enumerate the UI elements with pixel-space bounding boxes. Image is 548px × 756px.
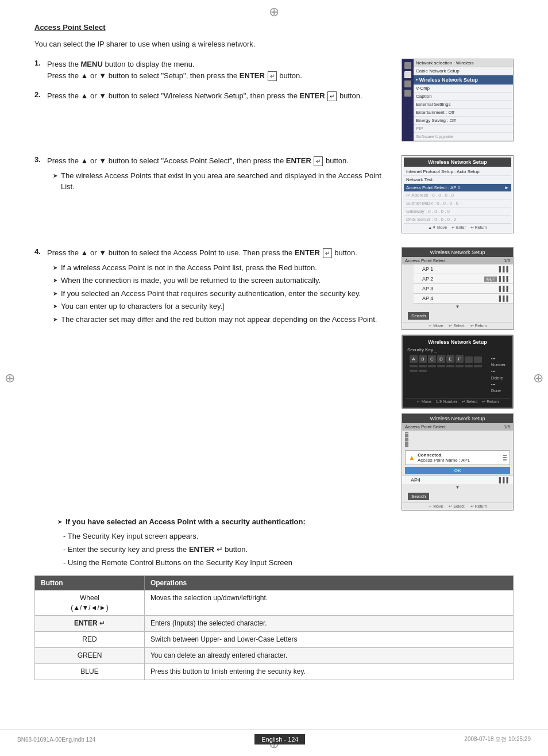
key-row3-5[interactable] bbox=[410, 370, 418, 372]
step-1: 1. Press the MENU button to display the … bbox=[34, 59, 387, 81]
page: ⊕ ⊕ ⊕ Access Point Select You can select… bbox=[0, 0, 548, 756]
screen2-tv: Wireless Network Setup Internet Protocol… bbox=[402, 155, 514, 233]
step-2-body: Press the ▲ or ▼ button to select "Wirel… bbox=[47, 90, 387, 102]
screen2-ip: IP Address : 0 . 0 . 0 . 0 bbox=[404, 191, 511, 199]
screen5-conn-box: ▲ Connected. Access Point Name : AP1 bbox=[405, 450, 510, 465]
step-3-num: 3. bbox=[34, 155, 47, 194]
screen1-software: Software Upgrade bbox=[414, 133, 513, 141]
step-3-bullets: The wireless Access Points that exist in… bbox=[53, 170, 387, 193]
screen5-ap-name: Access Point Name : AP1 bbox=[418, 458, 470, 463]
step-3-area: 3. Press the ▲ or ▼ button to select "Ac… bbox=[34, 155, 387, 204]
key-row2-4[interactable] bbox=[419, 365, 427, 367]
bar3 bbox=[405, 438, 408, 442]
sidebar-icon-1 bbox=[404, 62, 411, 69]
footer-file-info: BN68-01691A-00Eng.indb 124 bbox=[17, 736, 95, 743]
step-4-body: Press the ▲ or ▼ button to select the Ac… bbox=[47, 247, 387, 327]
screen3-ap1: AP 1 ▌▌▌ bbox=[414, 264, 513, 274]
screen3-footer-return: ↩ Return bbox=[470, 324, 487, 328]
bar2 bbox=[405, 434, 408, 437]
security-bullets-list: - The Security Key input screen appears.… bbox=[63, 529, 514, 570]
screen5-footer-move: ↔ Move bbox=[428, 504, 443, 509]
step-3-bullet-1: The wireless Access Points that exist in… bbox=[53, 170, 387, 193]
key-row3-2[interactable] bbox=[456, 365, 464, 367]
key-c[interactable]: C bbox=[428, 355, 436, 363]
table-body: Wheel(▲/▼/◄/►) Moves the selection up/do… bbox=[35, 590, 514, 680]
col-operations: Operations bbox=[144, 575, 513, 590]
screen3-ap3-name: AP 3 bbox=[422, 286, 433, 291]
step-4: 4. Press the ▲ or ▼ button to select the… bbox=[34, 247, 387, 327]
table-container: Button Operations Wheel(▲/▼/◄/►) Moves t… bbox=[34, 575, 514, 680]
screen3-ap2-name: AP 2 bbox=[422, 276, 433, 282]
left-crosshair-icon: ⊕ bbox=[5, 371, 15, 386]
key-row2-6[interactable] bbox=[437, 365, 445, 367]
step-2-num: 2. bbox=[34, 90, 47, 102]
screen2-aps-label: Access Point Select : AP 1 bbox=[406, 185, 460, 190]
screen5-right-bars bbox=[503, 455, 507, 460]
screen5-search-btn[interactable]: Search bbox=[408, 493, 429, 500]
step-4-bullet-1: If a wireless Access Point is not in the… bbox=[53, 262, 387, 274]
screen4-footer-return: ↩ Return bbox=[482, 400, 499, 404]
screen3-ap4: AP 4 ▌▌▌ bbox=[414, 294, 513, 304]
screen5-connected-label: Connected. bbox=[418, 452, 470, 458]
key-row3-4[interactable] bbox=[474, 365, 482, 367]
key-row2-5[interactable] bbox=[428, 365, 436, 367]
screen2-aps-row: Access Point Select : AP 1 ► bbox=[404, 184, 511, 191]
step-4-bullet-2: When the connection is made, you will be… bbox=[53, 275, 387, 286]
screen3-ap2-signal: ▌▌▌ bbox=[499, 276, 510, 282]
key-row2-2[interactable] bbox=[474, 356, 482, 363]
screen3-items: AP 1 ▌▌▌ AP 2 WEP▌▌▌ AP 3 ▌▌▌ AP 4 ▌▌▌ bbox=[402, 264, 513, 304]
key-row2-1[interactable] bbox=[465, 356, 473, 363]
security-section: If you have selected an Access Point wit… bbox=[52, 516, 514, 570]
screen3-search-btn[interactable]: Search bbox=[408, 312, 429, 320]
key-row3-3[interactable] bbox=[465, 365, 473, 367]
op-green: You can delete an already entered charac… bbox=[144, 647, 513, 663]
screen5-ap4-signal: ▌▌▌ bbox=[499, 477, 510, 483]
key-row2-3[interactable] bbox=[410, 365, 418, 367]
bar4 bbox=[405, 442, 408, 447]
intro-text: You can select the IP sharer to use when… bbox=[34, 40, 514, 48]
screen5-footer-return: ↩ Return bbox=[470, 504, 487, 509]
screen3-ap2-badges: WEP▌▌▌ bbox=[484, 276, 510, 282]
key-d[interactable]: D bbox=[437, 355, 445, 363]
screen1-energy: Energy Saving : Off bbox=[414, 117, 513, 125]
key-f[interactable]: F bbox=[456, 355, 464, 363]
section-title: Access Point Select bbox=[34, 23, 514, 32]
screen5-header: Wireless Network Setup bbox=[402, 414, 513, 423]
step-2-line-1: Press the ▲ or ▼ button to select "Wirel… bbox=[47, 90, 387, 102]
screen4-footer-select: ↵ Select bbox=[462, 400, 477, 404]
table-header-row: Button Operations bbox=[35, 575, 514, 590]
screen5-ok-btn[interactable]: OK bbox=[405, 467, 510, 474]
screen3-wep-badge: WEP bbox=[484, 277, 497, 282]
key-a[interactable]: A bbox=[410, 355, 418, 363]
instructions-table: Button Operations Wheel(▲/▼/◄/►) Moves t… bbox=[34, 575, 514, 680]
table-header: Button Operations bbox=[35, 575, 514, 590]
screen1-external: External Settings bbox=[414, 101, 513, 109]
step-3-line-1: Press the ▲ or ▼ button to select "Acces… bbox=[47, 155, 387, 167]
key-e[interactable]: E bbox=[446, 355, 454, 363]
key-b[interactable]: B bbox=[419, 355, 427, 363]
sidebar-icon-3 bbox=[404, 80, 411, 87]
screen5-subheader-right: 1/5 bbox=[504, 424, 510, 429]
screen5-subheader: Access Point Select 1/5 bbox=[402, 423, 513, 431]
step-4-bullet-5: The character set may differ and the red… bbox=[53, 314, 387, 325]
screen2-footer-return: ↩ Return bbox=[470, 225, 487, 230]
security-line-1: - The Security Key input screen appears. bbox=[63, 529, 514, 543]
screen2-footer: ▲▼ Move ↵ Enter ↩ Return bbox=[404, 224, 511, 231]
screen4-tv: Wireless Network Setup Security Key _ A … bbox=[402, 335, 514, 409]
screen1-screenshot: Network selection : Wireless Cable Netwo… bbox=[396, 59, 514, 146]
right-crosshair-icon: ⊕ bbox=[533, 371, 543, 386]
screen3-ap1-name: AP 1 bbox=[422, 266, 433, 272]
screen4-keyboard: A B C D E F bbox=[407, 354, 488, 373]
screen4-number-label: ▪▪▪ Number bbox=[491, 355, 505, 368]
key-row3-1[interactable] bbox=[446, 365, 454, 367]
screen4-header: Wireless Network Setup bbox=[405, 338, 510, 346]
screen1-network-row: Network selection : Wireless bbox=[414, 59, 513, 67]
screen3-ap2: AP 2 WEP▌▌▌ bbox=[414, 274, 513, 284]
screen2-screenshot: Wireless Network Setup Internet Protocol… bbox=[396, 155, 514, 238]
security-bullets: If you have selected an Access Point wit… bbox=[57, 516, 514, 528]
op-blue: Press this button to finish entering the… bbox=[144, 663, 513, 680]
screen3-ap1-signal: ▌▌▌ bbox=[499, 266, 510, 272]
screen5-conn-text: Connected. Access Point Name : AP1 bbox=[418, 452, 470, 463]
key-row3-6[interactable] bbox=[419, 370, 427, 372]
screen2-subnet: Subnet Mask : 0 . 0 . 0 . 0 bbox=[404, 199, 511, 208]
